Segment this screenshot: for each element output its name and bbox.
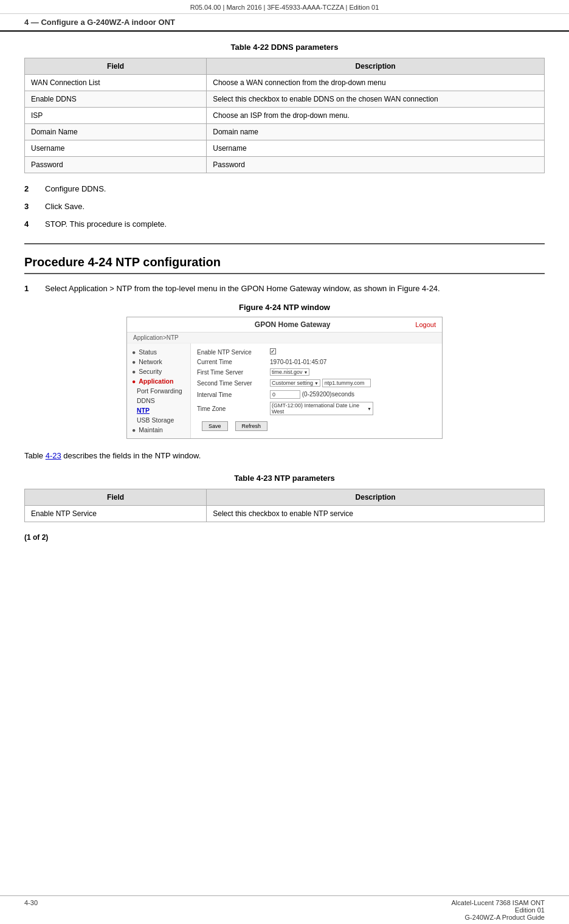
ntp-row-value: 0 (0-259200)seconds (270, 390, 354, 399)
ntp-timezone-select[interactable]: (GMT-12:00) International Date Line West… (270, 402, 373, 415)
footer-right: Alcatel-Lucent 7368 ISAM ONT Edition 01 … (452, 899, 545, 921)
screenshot-buttons: SaveRefresh (197, 421, 436, 431)
table-22: Field Description WAN Connection ListCho… (24, 58, 545, 173)
step-item: 2Configure DDNS. (24, 184, 545, 193)
footer-company: Alcatel-Lucent 7368 ISAM ONT (452, 899, 545, 906)
step-number: 3 (24, 202, 45, 211)
step-text: Configure DDNS. (45, 184, 545, 193)
sidebar-label: Maintain (139, 426, 163, 433)
table-22-desc: Username (207, 140, 545, 157)
ntp-row-label: First Time Server (197, 369, 270, 376)
screenshot-body: ● Status● Network● Security● Application… (127, 343, 442, 438)
table-22-field: Password (25, 157, 207, 173)
table-22-field: Enable DDNS (25, 91, 207, 108)
screenshot-main-form: Enable NTP ServiceCurrent Time1970-01-01… (191, 343, 442, 438)
sidebar-item-security[interactable]: ● Security (127, 367, 190, 376)
procedure-24-heading: Procedure 4-24 NTP configuration (24, 255, 545, 274)
save-button[interactable]: Save (202, 421, 228, 431)
sidebar-item-network[interactable]: ● Network (127, 357, 190, 367)
doc-footer: 4-30 Alcatel-Lucent 7368 ISAM ONT Editio… (0, 895, 569, 924)
logout-link[interactable]: Logout (415, 321, 436, 328)
sidebar-label: Security (139, 368, 162, 375)
sidebar-dot-icon: ● (132, 368, 137, 375)
table-23-reference: Table 4-23 describes the fields in the N… (24, 450, 545, 463)
footer-product: G-240WZ-A Product Guide (452, 914, 545, 921)
sidebar-label: NTP (137, 407, 150, 414)
table-22-desc: Domain name (207, 124, 545, 140)
col-header-description-23: Description (207, 489, 545, 505)
table-23-title: Table 4-23 NTP parameters (24, 474, 545, 483)
sidebar-dot-icon: ● (132, 378, 137, 385)
ntp-row-label: Current Time (197, 359, 270, 365)
table-23-desc: Select this checkbox to enable NTP servi… (207, 505, 545, 522)
sidebar-item-ntp[interactable]: NTP (127, 405, 190, 415)
sidebar-label: Application (139, 378, 173, 385)
ntp-form-row: First Time Servertime.nist.gov ▼ (197, 368, 436, 376)
sidebar-label: Network (139, 358, 162, 365)
col-header-field-23: Field (25, 489, 207, 505)
ntp-checkbox[interactable] (270, 348, 276, 354)
screenshot-ntp: GPON Home Gateway Logout Application>NTP… (126, 317, 443, 439)
step-text: STOP. This procedure is complete. (45, 219, 545, 229)
ntp-row-value: 1970-01-01-01:45:07 (270, 359, 326, 365)
ntp-select[interactable]: Customer setting ▼ (270, 379, 320, 387)
step-item: 1 Select Application > NTP from the top-… (24, 284, 545, 293)
table-22-field: Username (25, 140, 207, 157)
table-link[interactable]: 4-23 (46, 451, 61, 460)
table-22-field: WAN Connection List (25, 75, 207, 91)
ntp-select[interactable]: time.nist.gov ▼ (270, 368, 309, 376)
sidebar-item-maintain[interactable]: ● Maintain (127, 425, 190, 435)
ntp-form-row: Current Time1970-01-01-01:45:07 (197, 359, 436, 365)
screenshot-title: GPON Home Gateway (170, 320, 415, 329)
ntp-form-row: Second Time ServerCustomer setting ▼ ntp… (197, 379, 436, 387)
sidebar-item-port-forwarding[interactable]: Port Forwarding (127, 386, 190, 396)
ntp-row-label: Interval Time (197, 391, 270, 398)
table-22-field: ISP (25, 108, 207, 124)
refresh-button[interactable]: Refresh (235, 421, 268, 431)
sidebar-label: USB Storage (137, 416, 174, 424)
step-item: 4STOP. This procedure is complete. (24, 219, 545, 229)
sidebar-item-ddns[interactable]: DDNS (127, 396, 190, 405)
table-22-desc: Select this checkbox to enable DDNS on t… (207, 91, 545, 108)
step-number: 4 (24, 219, 45, 229)
table-22-desc: Choose an ISP from the drop-down menu. (207, 108, 545, 124)
ntp-form-row: Time Zone(GMT-12:00) International Date … (197, 402, 436, 415)
col-header-description: Description (207, 58, 545, 75)
sidebar-label: Port Forwarding (137, 387, 182, 395)
ntp-interval-input[interactable]: 0 (270, 390, 300, 399)
ntp-row-value: Customer setting ▼ ntp1.tummy.com (270, 379, 371, 387)
main-content: Table 4-22 DDNS parameters Field Descrip… (0, 43, 569, 542)
step-number: 1 (24, 284, 45, 293)
ddns-steps: 2Configure DDNS.3Click Save.4STOP. This … (24, 184, 545, 229)
sidebar-item-usb-storage[interactable]: USB Storage (127, 415, 190, 425)
chapter-header: 4 — Configure a G-240WZ-A indoor ONT (0, 14, 569, 32)
ntp-text-input[interactable]: ntp1.tummy.com (322, 379, 371, 387)
col-header-field: Field (25, 58, 207, 75)
ntp-step1: 1 Select Application > NTP from the top-… (24, 284, 545, 293)
chevron-down-icon: ▼ (304, 370, 308, 374)
screenshot-breadcrumb: Application>NTP (127, 333, 442, 343)
sidebar-label: Status (139, 348, 157, 356)
sidebar-item-application[interactable]: ● Application (127, 376, 190, 386)
footer-edition: Edition 01 (452, 906, 545, 914)
table-22-desc: Password (207, 157, 545, 173)
step-text: Select Application > NTP from the top-le… (45, 284, 545, 293)
table-footnote: (1 of 2) (24, 533, 545, 542)
ntp-row-value: time.nist.gov ▼ (270, 368, 309, 376)
table-22-field: Domain Name (25, 124, 207, 140)
section-divider (24, 243, 545, 244)
sidebar-item-status[interactable]: ● Status (127, 347, 190, 357)
chevron-down-icon: ▼ (367, 407, 371, 411)
sidebar-label: DDNS (137, 397, 155, 404)
table-23-field: Enable NTP Service (25, 505, 207, 522)
sidebar-dot-icon: ● (132, 358, 137, 365)
ntp-form-row: Enable NTP Service (197, 348, 436, 356)
ntp-row-label: Time Zone (197, 405, 270, 412)
ntp-row-label: Enable NTP Service (197, 349, 270, 356)
sidebar-dot-icon: ● (132, 348, 137, 356)
screenshot-sidebar: ● Status● Network● Security● Application… (127, 343, 191, 438)
screenshot-header: GPON Home Gateway Logout (127, 317, 442, 333)
sidebar-dot-icon: ● (132, 426, 137, 433)
figure-24-title: Figure 4-24 NTP window (24, 303, 545, 312)
step-item: 3Click Save. (24, 202, 545, 211)
